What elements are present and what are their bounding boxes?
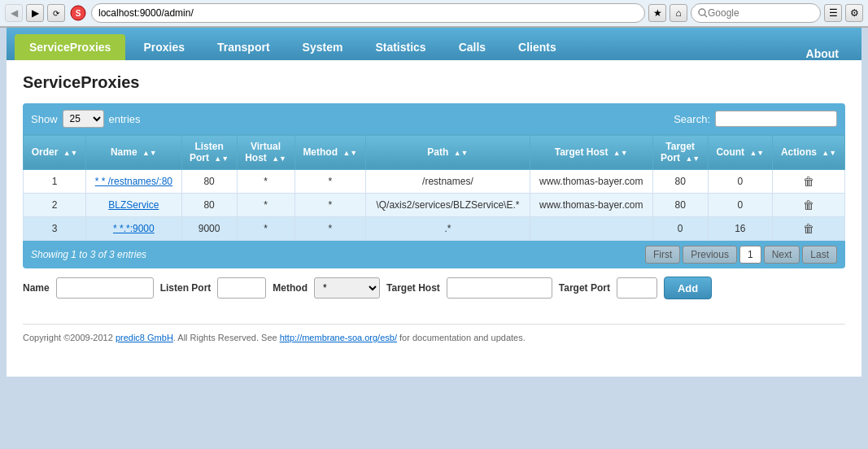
search-text-label: Search: (674, 113, 710, 125)
add-button[interactable]: Add (664, 277, 712, 299)
col-path[interactable]: Path ▲▼ (366, 135, 530, 170)
address-bar[interactable] (91, 3, 645, 23)
browser-search-input[interactable] (708, 7, 789, 19)
sort-arrows-virtual: ▲▼ (272, 155, 286, 163)
entries-select[interactable]: 25 10 50 100 (63, 110, 104, 128)
cell-name[interactable]: * *.*:9000 (86, 217, 181, 241)
target-port-input[interactable] (617, 277, 657, 299)
cell-target-port: 80 (652, 194, 708, 217)
sort-arrows-count: ▲▼ (749, 149, 764, 157)
table-search-input[interactable] (715, 111, 837, 127)
table-row: 3* *.*:90009000**.*016🗑 (24, 217, 845, 241)
footer-text-before: Copyright ©2009-2012 (23, 333, 116, 342)
col-name[interactable]: Name ▲▼ (86, 135, 181, 170)
cell-order: 3 (24, 217, 86, 241)
delete-icon[interactable]: 🗑 (803, 198, 814, 211)
sort-arrows-listen: ▲▼ (214, 155, 229, 163)
cell-target-host: www.thomas-bayer.com (530, 194, 652, 217)
next-page-button[interactable]: Next (764, 246, 800, 264)
sort-arrows-path: ▲▼ (454, 149, 469, 157)
row-name-link[interactable]: * *.*:9000 (113, 223, 155, 234)
app-container: ServiceProxies Proxies Transport System … (7, 28, 861, 377)
add-form: Name Listen Port Method * GET POST PUT D… (23, 268, 845, 307)
method-label: Method (273, 282, 308, 294)
cell-count: 0 (708, 194, 772, 217)
cell-listen-port: 80 (181, 194, 237, 217)
col-listen-port[interactable]: ListenPort ▲▼ (181, 135, 237, 170)
tab-about[interactable]: About (792, 41, 853, 67)
tab-serviceproxies[interactable]: ServiceProxies (15, 34, 125, 60)
pagination-buttons: First Previous 1 Next Last (645, 246, 837, 264)
cell-actions[interactable]: 🗑 (772, 194, 844, 217)
sort-arrows-method: ▲▼ (342, 149, 357, 157)
sort-arrows-actions: ▲▼ (822, 149, 836, 157)
home-button[interactable]: ⌂ (670, 4, 687, 22)
table-row: 2BLZService80**\Q/axis2/services/BLZServ… (24, 194, 845, 217)
main-content: ServiceProxies Show 25 10 50 100 entries (7, 60, 861, 364)
cell-virtual-host: * (237, 194, 294, 217)
reload-button[interactable]: ⟳ (47, 4, 65, 22)
col-virtual-host[interactable]: VirtualHost ▲▼ (237, 135, 294, 170)
tab-calls[interactable]: Calls (444, 34, 500, 60)
tab-statistics[interactable]: Statistics (360, 34, 440, 60)
cell-virtual-host: * (237, 217, 294, 241)
star-button[interactable]: ★ (648, 4, 666, 22)
cell-path: .* (366, 217, 530, 241)
back-button[interactable]: ◀ (5, 4, 23, 22)
col-count[interactable]: Count ▲▼ (708, 135, 772, 170)
cell-method: * (294, 170, 366, 194)
cell-actions[interactable]: 🗑 (772, 170, 844, 194)
last-page-button[interactable]: Last (802, 246, 837, 264)
search-bar-container (691, 3, 821, 23)
tab-transport[interactable]: Transport (203, 34, 285, 60)
listen-port-input[interactable] (217, 277, 266, 299)
cell-method: * (294, 217, 366, 241)
col-target-host[interactable]: Target Host ▲▼ (530, 135, 652, 170)
menu-button[interactable]: ☰ (824, 4, 842, 22)
table-header-row: Order ▲▼ Name ▲▼ ListenPort ▲▼ VirtualHo… (24, 135, 845, 170)
app-outer: ServiceProxies Proxies Transport System … (0, 28, 868, 377)
col-target-port[interactable]: TargetPort ▲▼ (652, 135, 708, 170)
page-title: ServiceProxies (23, 73, 845, 92)
col-method[interactable]: Method ▲▼ (294, 135, 366, 170)
search-control: Search: (674, 111, 837, 127)
cell-method: * (294, 194, 366, 217)
tools-button[interactable]: ⚙ (845, 4, 863, 22)
row-name-link[interactable]: BLZService (108, 199, 159, 211)
cell-actions[interactable]: 🗑 (772, 217, 844, 241)
tab-proxies[interactable]: Proxies (129, 34, 199, 60)
pagination-row: Showing 1 to 3 of 3 entries First Previo… (23, 241, 845, 268)
delete-icon[interactable]: 🗑 (803, 175, 814, 188)
cell-path: \Q/axis2/services/BLZService\E.* (366, 194, 530, 217)
tab-system[interactable]: System (288, 34, 358, 60)
show-entries-control: Show 25 10 50 100 entries (31, 110, 141, 128)
table-row: 1* * /restnames/:8080**/restnames/www.th… (24, 170, 845, 194)
data-table: Order ▲▼ Name ▲▼ ListenPort ▲▼ VirtualHo… (23, 134, 845, 241)
cell-order: 2 (24, 194, 86, 217)
browser-toolbar: ◀ ▶ ⟳ S ★ ⌂ ☰ ⚙ (0, 0, 868, 27)
footer-doc-link[interactable]: http://membrane-soa.org/esb/ (280, 333, 397, 342)
col-order[interactable]: Order ▲▼ (24, 135, 86, 170)
previous-page-button[interactable]: Previous (683, 246, 737, 264)
footer-company-link[interactable]: predic8 GmbH (116, 333, 173, 342)
sort-arrows-target-host: ▲▼ (613, 149, 628, 157)
address-input[interactable] (98, 7, 638, 19)
cell-listen-port: 80 (181, 170, 237, 194)
forward-button[interactable]: ▶ (26, 4, 44, 22)
page-number-button[interactable]: 1 (739, 246, 761, 264)
svg-text:S: S (76, 9, 81, 18)
name-field-label: Name (23, 282, 50, 294)
row-name-link[interactable]: * * /restnames/:80 (95, 176, 172, 187)
tab-clients[interactable]: Clients (504, 34, 571, 60)
cell-target-port: 80 (652, 170, 708, 194)
method-select[interactable]: * GET POST PUT DELETE (314, 277, 380, 299)
target-host-input[interactable] (447, 277, 552, 299)
target-port-label: Target Port (559, 282, 610, 294)
cell-name[interactable]: BLZService (86, 194, 181, 217)
sort-arrows-order: ▲▼ (63, 149, 78, 157)
first-page-button[interactable]: First (645, 246, 680, 264)
name-input[interactable] (56, 277, 154, 299)
delete-icon[interactable]: 🗑 (803, 222, 814, 235)
cell-name[interactable]: * * /restnames/:80 (86, 170, 181, 194)
svg-line-3 (704, 15, 707, 17)
